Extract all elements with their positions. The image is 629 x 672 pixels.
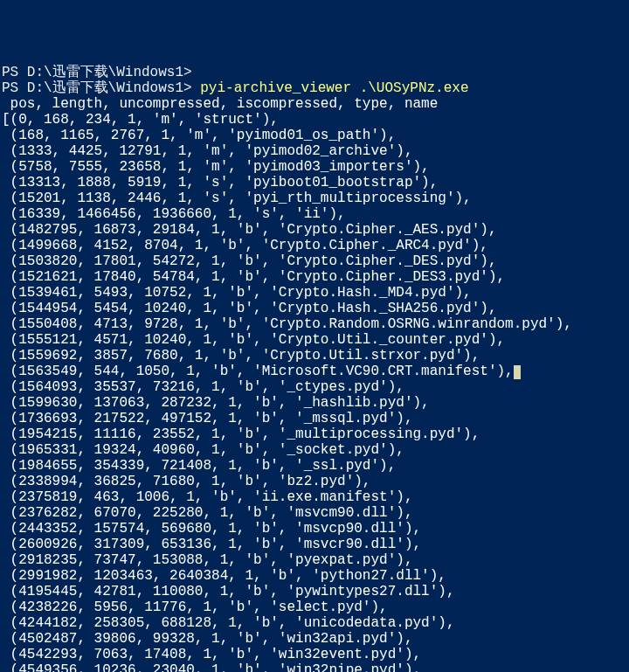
entry-text: (2376282, 67070, 225280, 1, 'b', 'msvcm9… [2,505,412,521]
archive-entry-row: (1555121, 4571, 10240, 1, 'b', 'Crypto.U… [2,332,627,348]
archive-entry-row: (1499668, 4152, 8704, 1, 'b', 'Crypto.Ci… [2,238,627,253]
archive-entry-row: (1333, 4425, 12791, 1, 'm', 'pyimod02_ar… [2,143,627,159]
title-fragment: PS D:\迅雷下载\Windows1> [2,65,192,80]
archive-entry-row: (2600926, 317309, 653136, 1, 'b', 'msvcr… [2,537,627,552]
entry-text: (4542293, 7063, 17408, 1, 'b', 'win32eve… [2,647,421,662]
archive-entry-row: (1736693, 217522, 497152, 1, 'b', '_mssq… [2,411,627,426]
archive-entry-row: (4244182, 258305, 688128, 1, 'b', 'unico… [2,615,627,631]
archive-entry-row: (1521621, 17840, 54784, 1, 'b', 'Crypto.… [2,269,627,285]
text-cursor [514,365,521,379]
archive-entry-row: [(0, 168, 234, 1, 'm', 'struct'), [2,112,627,128]
entry-text: (1736693, 217522, 497152, 1, 'b', '_mssq… [2,411,412,426]
entry-text: (15201, 1138, 2446, 1, 's', 'pyi_rth_mul… [2,191,472,206]
entry-text: (13313, 1888, 5919, 1, 's', 'pyiboot01_b… [2,175,438,191]
output-line: PS D:\迅雷下载\Windows1> [2,65,627,80]
archive-entry-row: (168, 1165, 2767, 1, 'm', 'pyimod01_os_p… [2,128,627,143]
entry-text: (1482795, 16873, 29184, 1, 'b', 'Crypto.… [2,222,497,238]
archive-entry-row: (1482795, 16873, 29184, 1, 'b', 'Crypto.… [2,222,627,238]
entry-text: (4549356, 10236, 23040, 1, 'b', 'win32pi… [2,662,421,672]
archive-entry-row: (1599630, 137063, 287232, 1, 'b', '_hash… [2,395,627,411]
table-header: pos, length, uncompressed, iscompressed,… [2,96,438,112]
entry-text: (1521621, 17840, 54784, 1, 'b', 'Crypto.… [2,269,505,285]
archive-entry-row: (16339, 1466456, 1936660, 1, 's', 'ii'), [2,206,627,222]
entry-text: (2338994, 36825, 71680, 1, 'b', 'bz2.pyd… [2,474,370,489]
archive-entry-row: (2338994, 36825, 71680, 1, 'b', 'bz2.pyd… [2,474,627,489]
archive-entry-row: (1563549, 544, 1050, 1, 'b', 'Microsoft.… [2,364,627,379]
entry-text: (1555121, 4571, 10240, 1, 'b', 'Crypto.U… [2,332,505,348]
archive-entry-row: (1539461, 5493, 10752, 1, 'b', 'Crypto.H… [2,285,627,301]
archive-entry-row: (1559692, 3857, 7680, 1, 'b', 'Crypto.Ut… [2,348,627,364]
entry-text: (1550408, 4713, 9728, 1, 'b', 'Crypto.Ra… [2,316,572,332]
archive-entry-row: (4195445, 42781, 110080, 1, 'b', 'pywint… [2,584,627,599]
archive-entry-row: (2375819, 463, 1006, 1, 'b', 'ii.exe.man… [2,489,627,505]
entry-text: (2375819, 463, 1006, 1, 'b', 'ii.exe.man… [2,489,412,505]
archive-entry-row: (1544954, 5454, 10240, 1, 'b', 'Crypto.H… [2,301,627,316]
command-text[interactable]: pyi-archive_viewer .\UOSyPNz.exe [200,80,468,96]
entry-text: (1559692, 3857, 7680, 1, 'b', 'Crypto.Ut… [2,348,480,364]
archive-entry-row: (15201, 1138, 2446, 1, 's', 'pyi_rth_mul… [2,191,627,206]
entry-text: (4244182, 258305, 688128, 1, 'b', 'unico… [2,615,454,631]
entry-text: (1564093, 35537, 73216, 1, 'b', '_ctypes… [2,379,404,395]
entry-text: (1333, 4425, 12791, 1, 'm', 'pyimod02_ar… [2,143,412,159]
archive-entry-row: (1550408, 4713, 9728, 1, 'b', 'Crypto.Ra… [2,316,627,332]
entry-text: (2991982, 1203463, 2640384, 1, 'b', 'pyt… [2,568,446,584]
entry-text: (168, 1165, 2767, 1, 'm', 'pyimod01_os_p… [2,128,396,143]
entry-text: (1599630, 137063, 287232, 1, 'b', '_hash… [2,395,430,411]
archive-entry-row: (1984655, 354339, 721408, 1, 'b', '_ssl.… [2,458,627,474]
archive-entry-row: (4542293, 7063, 17408, 1, 'b', 'win32eve… [2,647,627,662]
archive-entry-row: (2991982, 1203463, 2640384, 1, 'b', 'pyt… [2,568,627,584]
entry-text: (16339, 1466456, 1936660, 1, 's', 'ii'), [2,206,346,222]
entry-text: (1954215, 11116, 23552, 1, 'b', '_multip… [2,426,480,442]
entry-text: (1539461, 5493, 10752, 1, 'b', 'Crypto.H… [2,285,472,301]
entry-text: (4502487, 39806, 99328, 1, 'b', 'win32ap… [2,631,412,647]
archive-entry-row: (2443352, 157574, 569680, 1, 'b', 'msvcp… [2,521,627,537]
entry-text: (1965331, 19324, 40960, 1, 'b', '_socket… [2,442,404,458]
entry-text: (2918235, 73747, 153088, 1, 'b', 'pyexpa… [2,552,412,568]
archive-entry-row: (1954215, 11116, 23552, 1, 'b', '_multip… [2,426,627,442]
archive-entry-row: (4238226, 5956, 11776, 1, 'b', 'select.p… [2,599,627,615]
archive-entry-row: (4502487, 39806, 99328, 1, 'b', 'win32ap… [2,631,627,647]
entry-text: (1544954, 5454, 10240, 1, 'b', 'Crypto.H… [2,301,497,316]
output-line: pos, length, uncompressed, iscompressed,… [2,96,627,112]
entry-text: (2600926, 317309, 653136, 1, 'b', 'msvcr… [2,537,421,552]
entry-text: (1499668, 4152, 8704, 1, 'b', 'Crypto.Ci… [2,238,488,253]
archive-entry-row: (1965331, 19324, 40960, 1, 'b', '_socket… [2,442,627,458]
entry-text: (4195445, 42781, 110080, 1, 'b', 'pywint… [2,584,454,599]
archive-entry-row: (1564093, 35537, 73216, 1, 'b', '_ctypes… [2,379,627,395]
archive-entry-row: (1503820, 17801, 54272, 1, 'b', 'Crypto.… [2,253,627,269]
output-line: PS D:\迅雷下载\Windows1> pyi-archive_viewer … [2,80,627,96]
archive-entry-row: (13313, 1888, 5919, 1, 's', 'pyiboot01_b… [2,175,627,191]
prompt-prefix: PS D:\迅雷下载\Windows1> [2,80,200,96]
entry-text: (4238226, 5956, 11776, 1, 'b', 'select.p… [2,599,388,615]
entry-text: (1984655, 354339, 721408, 1, 'b', '_ssl.… [2,458,396,474]
archive-entry-row: (4549356, 10236, 23040, 1, 'b', 'win32pi… [2,662,627,672]
archive-entry-row: (2376282, 67070, 225280, 1, 'b', 'msvcm9… [2,505,627,521]
entry-text: [(0, 168, 234, 1, 'm', 'struct'), [2,112,279,128]
archive-entry-row: (5758, 7555, 23658, 1, 'm', 'pyimod03_im… [2,159,627,175]
entry-text: (1563549, 544, 1050, 1, 'b', 'Microsoft.… [2,364,514,379]
entry-text: (1503820, 17801, 54272, 1, 'b', 'Crypto.… [2,253,497,269]
terminal-output[interactable]: PS D:\迅雷下载\Windows1>PS D:\迅雷下载\Windows1>… [2,65,627,672]
archive-entry-row: (2918235, 73747, 153088, 1, 'b', 'pyexpa… [2,552,627,568]
entry-text: (2443352, 157574, 569680, 1, 'b', 'msvcp… [2,521,421,537]
entry-text: (5758, 7555, 23658, 1, 'm', 'pyimod03_im… [2,159,430,175]
